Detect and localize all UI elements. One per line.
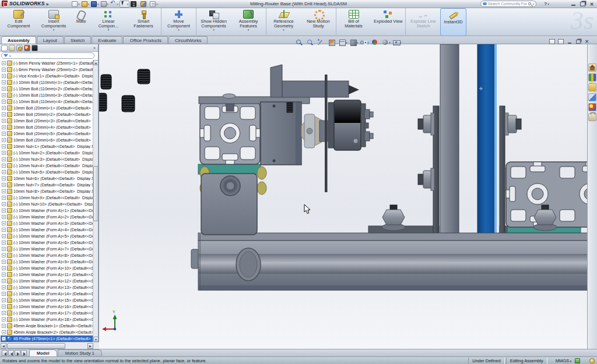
tree-item[interactable]: + (-) 10mm Washer (Form A)<7> (Default<<… — [1, 246, 93, 252]
tree-item[interactable]: + (-) 10mm Washer (Form A)<10> (Default<… — [1, 265, 93, 271]
horizontal-scroll-thumb[interactable] — [7, 343, 65, 349]
command-button[interactable]: Linear Compon... — [91, 8, 126, 36]
community-search[interactable]: Search Community Forum ▾ — [480, 1, 536, 7]
expand-icon[interactable]: + — [2, 80, 6, 84]
tree-vertical-scrollbar[interactable]: ▲ ▼ — [93, 60, 98, 342]
panel-overflow-button[interactable]: » — [93, 46, 97, 50]
model-tab[interactable]: Motion Study 1 — [58, 349, 102, 356]
vice-knobs[interactable] — [99, 69, 150, 112]
base-rail[interactable] — [191, 233, 597, 291]
command-button[interactable]: Explode Line Sketch — [405, 8, 440, 36]
drill-head-arm[interactable] — [282, 81, 349, 97]
knurled-knob[interactable] — [122, 96, 135, 112]
minimize-button[interactable] — [570, 2, 577, 7]
tree-item[interactable]: + (-) 10mm Nut<2> (Default<<Default>_Dis… — [1, 150, 93, 156]
command-button[interactable]: Exploded View — [371, 8, 405, 36]
expand-icon[interactable]: + — [2, 61, 6, 65]
doc-window-button[interactable] — [584, 38, 590, 44]
command-button[interactable]: Insert Components — [36, 8, 71, 36]
expand-icon[interactable]: + — [2, 125, 6, 129]
rotary-axis-assembly[interactable] — [198, 65, 373, 235]
tree-item[interactable]: + (-) 10mm Washer (Form A)<15> (Default<… — [1, 297, 93, 303]
view-tool-button[interactable] — [392, 38, 402, 47]
view-tool-button[interactable] — [338, 38, 348, 47]
tree-item[interactable]: + (-) 10mm Washer (Form A)<9> (Default<<… — [1, 259, 93, 265]
tree-item[interactable]: + (-) Vice Knob<1> (Default<<Default>_Di… — [1, 73, 93, 79]
expand-icon[interactable]: + — [2, 330, 6, 334]
command-tab[interactable]: Assembly — [1, 36, 36, 44]
command-tab[interactable]: Layout — [37, 36, 64, 44]
command-button[interactable]: Move Component — [161, 8, 196, 36]
expand-icon[interactable]: + — [2, 132, 6, 136]
expand-icon[interactable]: + — [2, 234, 6, 238]
left-extrusion-profile[interactable] — [200, 102, 260, 164]
tree-item[interactable]: + (-) 6mm Penny Washer (25mm)<1> (Defaul… — [1, 60, 93, 66]
command-button[interactable]: Bill of Materials — [336, 8, 371, 36]
tree-item[interactable]: + (-) 10mm Nut<9> (Default<<Default>_Dis… — [1, 195, 93, 201]
tree-item[interactable]: + 10mm Bolt (20mm)<3> (Default<<Default>… — [1, 118, 93, 124]
view-tool-button[interactable] — [360, 38, 370, 47]
tree-horizontal-scrollbar[interactable]: ◀ ▶ — [0, 342, 99, 349]
scroll-left-icon[interactable]: ◀ — [1, 343, 6, 349]
tree-item[interactable]: + 10mm Bolt (20mm)<5> (Default<<Default>… — [1, 130, 93, 137]
command-button[interactable]: Edit Component — [1, 8, 36, 36]
tree-item[interactable]: + (-) 10mm Bolt (110mm)<4> (Default<<Def… — [1, 98, 93, 105]
tree-item[interactable]: + 10mm Nut<6> (Default<<Default>_Display… — [1, 175, 93, 182]
knurled-knob[interactable] — [138, 69, 150, 84]
help-button[interactable]: ? — [544, 1, 549, 6]
vertical-scroll-thumb[interactable] — [93, 166, 99, 221]
task-pane-icon[interactable] — [588, 113, 596, 121]
tag-icon[interactable] — [575, 358, 580, 363]
expand-icon[interactable]: + — [2, 285, 6, 289]
task-pane-icon[interactable] — [588, 83, 596, 91]
doc-window-button[interactable] — [549, 38, 555, 44]
command-button[interactable]: Smart Fasteners — [126, 8, 161, 36]
blue-panel[interactable] — [477, 44, 496, 234]
expand-icon[interactable]: + — [2, 106, 6, 110]
tree-item[interactable]: + (-) 10mm Washer (Form A)<6> (Default<<… — [1, 239, 93, 246]
command-button[interactable]: Mate — [71, 8, 91, 36]
bolt-stack[interactable] — [418, 168, 434, 190]
tree-item[interactable]: + 10mm Nut<1> (Default<<Default>_Display… — [1, 143, 93, 150]
panel-tab-icon[interactable] — [1, 45, 8, 51]
view-tool-button[interactable] — [317, 38, 326, 47]
tree-item[interactable]: + (-) 10mm Bolt (110mm)<1> (Default<<Def… — [1, 79, 93, 86]
tree-item[interactable]: + (-) 10mm Nut<5> (Default<<Default>_Dis… — [1, 169, 93, 175]
tree-item[interactable]: + (-) 6mm Penny Washer (25mm)<2> (Defaul… — [1, 66, 93, 73]
command-button[interactable]: Reference Geometry — [266, 8, 301, 36]
bolt-stack[interactable] — [418, 113, 434, 135]
expand-icon[interactable]: + — [2, 215, 6, 219]
gearbox[interactable] — [261, 102, 301, 165]
tree-item[interactable]: + (-) 10mm Washer (Form A)<12> (Default<… — [1, 278, 93, 284]
tab-nav-button[interactable] — [8, 350, 14, 356]
command-tab[interactable]: Office Products — [123, 36, 168, 44]
task-pane-icon[interactable] — [588, 103, 596, 111]
expand-icon[interactable]: + — [2, 317, 6, 321]
doc-window-button[interactable] — [566, 38, 573, 44]
faceplate[interactable] — [325, 75, 328, 192]
expand-icon[interactable]: + — [2, 337, 6, 341]
search-caret-icon[interactable]: ▾ — [532, 2, 534, 6]
view-tool-button[interactable] — [371, 38, 381, 47]
view-tool-button[interactable] — [306, 38, 316, 47]
expand-icon[interactable]: + — [2, 305, 6, 309]
tree-item[interactable]: + 45 Profile (475mm)<1> (Default<<Defaul… — [1, 335, 93, 342]
doc-window-button[interactable] — [557, 38, 564, 44]
task-pane-icon[interactable] — [588, 63, 596, 72]
expand-icon[interactable]: + — [2, 138, 6, 142]
view-tool-button[interactable] — [295, 38, 305, 47]
expand-icon[interactable]: + — [2, 202, 6, 206]
expand-icon[interactable]: + — [2, 112, 6, 116]
expand-icon[interactable]: + — [2, 74, 6, 78]
expand-icon[interactable]: + — [2, 241, 6, 245]
expand-icon[interactable]: + — [2, 157, 6, 161]
expand-icon[interactable]: + — [2, 144, 6, 149]
expand-icon[interactable]: + — [2, 311, 6, 315]
tree-item[interactable]: + 10mm Bolt (20mm)<1> (Default<<Default>… — [1, 105, 93, 111]
search-icon[interactable] — [528, 2, 531, 5]
bolt-stack[interactable] — [505, 113, 521, 135]
command-button[interactable]: Assembly Features — [231, 8, 266, 36]
tree-item[interactable]: + (-) 10mm Washer (Form A)<11> (Default<… — [1, 271, 93, 278]
expand-icon[interactable]: + — [2, 324, 6, 328]
view-tool-button[interactable] — [349, 38, 359, 47]
